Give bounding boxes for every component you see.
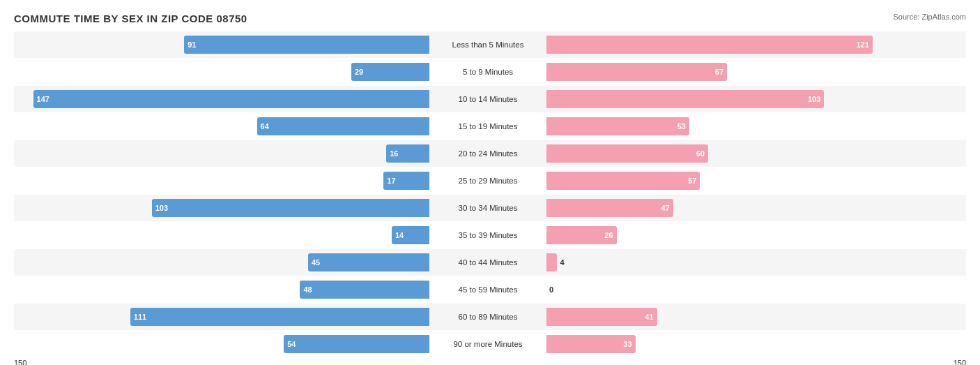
- female-bar: 60: [546, 144, 708, 163]
- right-section: 121: [544, 31, 962, 58]
- left-section: 29: [14, 59, 432, 85]
- chart-row: 14 35 to 39 Minutes 26: [14, 222, 966, 248]
- right-section: 67: [544, 59, 962, 85]
- chart-row: 16 20 to 24 Minutes 60: [14, 140, 966, 167]
- right-section: 60: [544, 140, 962, 167]
- left-section: 103: [14, 195, 432, 221]
- male-value: 64: [257, 122, 273, 131]
- chart-row: 48 45 to 59 Minutes 0: [14, 276, 966, 303]
- left-section: 111: [14, 304, 432, 330]
- female-bar: 121: [546, 36, 873, 54]
- left-section: 147: [14, 86, 432, 112]
- male-value: 17: [383, 177, 399, 185]
- row-label: 35 to 39 Minutes: [432, 231, 544, 239]
- right-section: 26: [544, 222, 962, 248]
- row-label: 25 to 29 Minutes: [432, 177, 544, 185]
- chart-row: 111 60 to 89 Minutes 41: [14, 304, 966, 330]
- female-bar: 67: [546, 63, 727, 81]
- row-label: 40 to 44 Minutes: [432, 258, 544, 267]
- female-value: 26: [601, 231, 616, 239]
- female-bar: 47: [546, 199, 673, 217]
- female-bar: 33: [546, 335, 636, 353]
- male-bar: 54: [284, 335, 429, 353]
- male-bar: 45: [308, 253, 429, 271]
- left-section: 14: [14, 222, 432, 248]
- row-label: 60 to 89 Minutes: [432, 313, 544, 321]
- chart-row: 103 30 to 34 Minutes 47: [14, 195, 966, 221]
- chart-area: 91 Less than 5 Minutes 121 29: [14, 31, 966, 357]
- female-bar: 53: [546, 117, 689, 135]
- chart-row: 17 25 to 29 Minutes 57: [14, 167, 966, 194]
- left-section: 45: [14, 249, 432, 276]
- female-value: 67: [712, 68, 727, 76]
- female-bar: 41: [546, 308, 657, 326]
- female-value-outside: 4: [560, 258, 564, 267]
- female-value: 47: [657, 204, 673, 212]
- row-label: Less than 5 Minutes: [432, 40, 544, 49]
- axis-labels: 150 150: [14, 359, 966, 365]
- male-value: 111: [130, 313, 150, 321]
- left-section: 91: [14, 31, 432, 58]
- chart-row: 29 5 to 9 Minutes 67: [14, 59, 966, 85]
- male-bar: 64: [257, 117, 429, 135]
- axis-right: 150: [954, 359, 966, 365]
- chart-row: 91 Less than 5 Minutes 121: [14, 31, 966, 58]
- right-section: 53: [544, 113, 962, 140]
- right-section: 57: [544, 167, 962, 194]
- male-value: 29: [351, 68, 367, 76]
- female-bar: 57: [546, 172, 700, 190]
- female-bar: 103: [546, 90, 824, 108]
- male-value: 91: [184, 40, 199, 49]
- row-label: 30 to 34 Minutes: [432, 204, 544, 212]
- right-section: 0: [544, 276, 962, 303]
- female-value: 121: [853, 40, 873, 49]
- left-section: 54: [14, 331, 432, 357]
- male-value: 14: [392, 231, 407, 239]
- female-bar: 26: [546, 226, 617, 244]
- right-section: 33: [544, 331, 962, 357]
- female-value-outside: 0: [549, 285, 553, 294]
- female-value: 33: [620, 340, 635, 348]
- row-label: 5 to 9 Minutes: [432, 68, 544, 76]
- row-label: 90 or more Minutes: [432, 340, 544, 348]
- row-label: 20 to 24 Minutes: [432, 149, 544, 158]
- female-value: 103: [804, 95, 824, 103]
- source-text: Source: ZipAtlas.com: [893, 13, 966, 21]
- female-bar: [546, 253, 557, 271]
- male-bar: 103: [152, 199, 429, 217]
- chart-title: COMMUTE TIME BY SEX IN ZIP CODE 08750: [14, 13, 966, 24]
- male-bar: 48: [300, 281, 429, 299]
- female-value: 41: [641, 313, 657, 321]
- right-section: 47: [544, 195, 962, 221]
- male-bar: 29: [351, 63, 429, 81]
- male-bar: 17: [383, 172, 429, 190]
- male-value: 45: [308, 258, 323, 267]
- male-bar: 147: [33, 90, 429, 108]
- axis-left: 150: [14, 359, 26, 365]
- right-section: 41: [544, 304, 962, 330]
- chart-row: 147 10 to 14 Minutes 103: [14, 86, 966, 112]
- chart-row: 64 15 to 19 Minutes 53: [14, 113, 966, 140]
- female-value: 60: [693, 149, 708, 158]
- male-bar: 111: [130, 308, 429, 326]
- male-value: 147: [33, 95, 53, 103]
- male-bar: 91: [184, 36, 429, 54]
- chart-container: COMMUTE TIME BY SEX IN ZIP CODE 08750 So…: [0, 0, 980, 365]
- male-value: 16: [386, 149, 401, 158]
- chart-row: 54 90 or more Minutes 33: [14, 331, 966, 357]
- left-section: 16: [14, 140, 432, 167]
- female-value: 57: [684, 177, 700, 185]
- right-section: 103: [544, 86, 962, 112]
- row-label: 10 to 14 Minutes: [432, 95, 544, 103]
- row-label: 45 to 59 Minutes: [432, 285, 544, 294]
- male-value: 48: [300, 285, 315, 294]
- male-bar: 16: [386, 144, 429, 163]
- female-value: 53: [674, 122, 689, 131]
- chart-row: 45 40 to 44 Minutes 4: [14, 249, 966, 276]
- right-section: 4: [544, 249, 962, 276]
- male-bar: 14: [392, 226, 429, 244]
- left-section: 64: [14, 113, 432, 140]
- male-value: 103: [152, 204, 171, 212]
- male-value: 54: [284, 340, 299, 348]
- row-label: 15 to 19 Minutes: [432, 122, 544, 131]
